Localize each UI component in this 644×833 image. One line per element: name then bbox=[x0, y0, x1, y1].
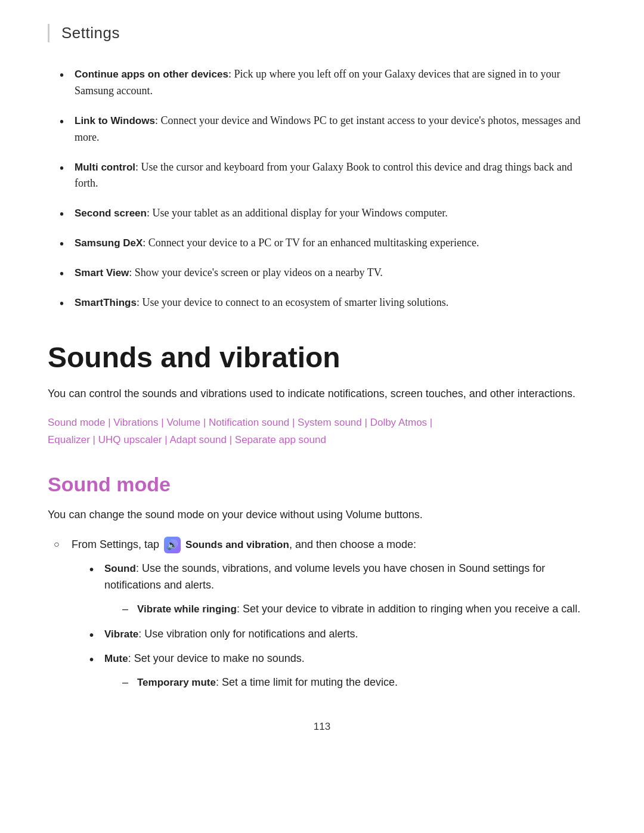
list-item: Continue apps on other devices: Pick up … bbox=[60, 66, 596, 100]
text-smart-view: : Show your device's screen or play vide… bbox=[129, 267, 382, 278]
instruction-bold: Sounds and vibration bbox=[185, 539, 289, 550]
separator: | bbox=[159, 417, 167, 428]
text-temp-mute: : Set a time limit for muting the device… bbox=[216, 676, 398, 688]
separator: | bbox=[90, 434, 98, 445]
settings-title: Settings bbox=[61, 24, 120, 42]
separator: | bbox=[200, 417, 209, 428]
mode-vibrate-ringing: Vibrate while ringing: Set your device t… bbox=[122, 601, 596, 618]
section-intro: You can control the sounds and vibration… bbox=[48, 386, 596, 402]
nav-link-uhq-upscaler[interactable]: UHQ upscaler bbox=[98, 434, 162, 445]
separator: | bbox=[427, 417, 432, 428]
subsection-intro-sound-mode: You can change the sound mode on your de… bbox=[48, 507, 596, 524]
term-smart-view: Smart View bbox=[75, 267, 129, 278]
text-sound: : Use the sounds, vibrations, and volume… bbox=[104, 562, 545, 591]
settings-header: Settings bbox=[48, 24, 596, 42]
instruction-list: From Settings, tap Sounds and vibration,… bbox=[48, 537, 596, 692]
list-item: Smart View: Show your device's screen or… bbox=[60, 265, 596, 281]
mode-vibrate: Vibrate: Use vibration only for notifica… bbox=[89, 626, 596, 643]
nav-link-equalizer[interactable]: Equalizer bbox=[48, 434, 90, 445]
list-item: Samsung DeX: Connect your device to a PC… bbox=[60, 235, 596, 252]
page-container: Settings Continue apps on other devices:… bbox=[0, 0, 644, 769]
nav-link-system-sound[interactable]: System sound bbox=[298, 417, 362, 428]
list-item: Second screen: Use your tablet as an add… bbox=[60, 205, 596, 222]
term-smartthings: SmartThings bbox=[75, 297, 137, 308]
separator: | bbox=[162, 434, 170, 445]
text-mute: : Set your device to make no sounds. bbox=[128, 652, 305, 664]
mode-temp-mute: Temporary mute: Set a time limit for mut… bbox=[122, 674, 596, 691]
subsection-heading-sound-mode: Sound mode bbox=[48, 473, 596, 496]
term-multi-control: Multi control bbox=[75, 162, 135, 173]
term-continue-apps: Continue apps on other devices bbox=[75, 69, 228, 80]
nav-link-vibrations[interactable]: Vibrations bbox=[113, 417, 158, 428]
separator: | bbox=[289, 417, 298, 428]
term-second-screen: Second screen bbox=[75, 208, 147, 219]
term-temp-mute: Temporary mute bbox=[137, 677, 216, 688]
term-link-windows: Link to Windows bbox=[75, 115, 155, 126]
sounds-vibration-icon bbox=[164, 537, 181, 553]
list-item: Link to Windows: Connect your device and… bbox=[60, 113, 596, 146]
feature-list: Continue apps on other devices: Pick up … bbox=[48, 66, 596, 311]
text-multi-control: : Use the cursor and keyboard from your … bbox=[75, 161, 572, 190]
mode-sound: Sound: Use the sounds, vibrations, and v… bbox=[89, 561, 596, 618]
term-samsung-dex: Samsung DeX bbox=[75, 237, 143, 249]
list-item: Multi control: Use the cursor and keyboa… bbox=[60, 159, 596, 193]
nav-link-notification-sound[interactable]: Notification sound bbox=[209, 417, 289, 428]
text-vibrate-ringing: : Set your device to vibrate in addition… bbox=[237, 603, 580, 615]
term-sound: Sound bbox=[104, 563, 136, 574]
term-vibrate-ringing: Vibrate while ringing bbox=[137, 603, 237, 615]
nav-links: Sound mode | Vibrations | Volume | Notif… bbox=[48, 414, 596, 449]
nav-link-dolby-atmos[interactable]: Dolby Atmos bbox=[370, 417, 427, 428]
text-samsung-dex: : Connect your device to a PC or TV for … bbox=[143, 237, 479, 249]
term-vibrate: Vibrate bbox=[104, 628, 138, 640]
text-vibrate: : Use vibration only for notifications a… bbox=[138, 628, 358, 640]
separator: | bbox=[105, 417, 113, 428]
nav-link-sound-mode[interactable]: Sound mode bbox=[48, 417, 105, 428]
section-heading: Sounds and vibration bbox=[48, 341, 596, 374]
separator: | bbox=[227, 434, 235, 445]
sound-sub-list: Vibrate while ringing: Set your device t… bbox=[104, 601, 596, 618]
nav-link-separate-app-sound[interactable]: Separate app sound bbox=[235, 434, 326, 445]
instruction-suffix: , and then choose a mode: bbox=[289, 538, 416, 550]
term-mute: Mute bbox=[104, 653, 128, 664]
text-smartthings: : Use your device to connect to an ecosy… bbox=[137, 296, 448, 308]
list-item: SmartThings: Use your device to connect … bbox=[60, 295, 596, 311]
nav-link-adapt-sound[interactable]: Adapt sound bbox=[169, 434, 226, 445]
mute-sub-list: Temporary mute: Set a time limit for mut… bbox=[104, 674, 596, 691]
page-number: 113 bbox=[48, 721, 596, 733]
nav-link-volume[interactable]: Volume bbox=[166, 417, 200, 428]
mode-list: Sound: Use the sounds, vibrations, and v… bbox=[72, 561, 596, 691]
mode-mute: Mute: Set your device to make no sounds.… bbox=[89, 651, 596, 691]
instruction-item: From Settings, tap Sounds and vibration,… bbox=[54, 537, 596, 692]
instruction-prefix: From Settings, tap bbox=[72, 538, 162, 550]
separator: | bbox=[362, 417, 370, 428]
text-second-screen: : Use your tablet as an additional displ… bbox=[147, 207, 448, 219]
